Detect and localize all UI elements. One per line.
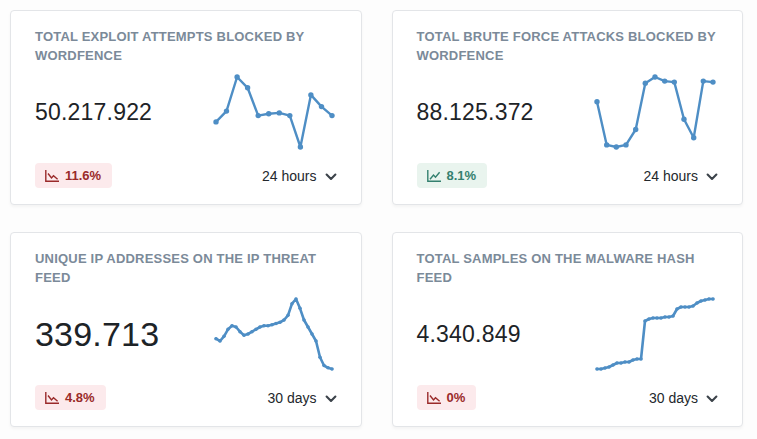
change-value: 8.1% [447,168,477,183]
chevron-down-icon [325,173,337,181]
card-title: TOTAL SAMPLES ON THE MALWARE HASH FEED [417,250,719,288]
card-title: TOTAL BRUTE FORCE ATTACKS BLOCKED BY WOR… [417,28,719,66]
period-dropdown[interactable]: 30 days [267,390,336,406]
period-label: 24 hours [262,168,316,184]
sparkline-chart [211,294,337,374]
card-body: 50.217.922 [35,66,337,163]
card-title: UNIQUE IP ADDRESSES ON THE IP THREAT FEE… [35,250,337,288]
sparkline-chart [211,72,337,152]
change-value: 11.6% [65,168,101,183]
card-body: 88.125.372 [417,66,719,163]
period-label: 30 days [267,390,316,406]
chevron-down-icon [706,173,718,181]
card-body: 4.340.849 [417,288,719,385]
chevron-down-icon [325,395,337,403]
period-dropdown[interactable]: 30 days [649,390,718,406]
chevron-down-icon [706,395,718,403]
card-footer: 0% 30 days [417,385,719,410]
change-badge: 11.6% [35,163,112,188]
change-value: 4.8% [65,390,95,405]
period-dropdown[interactable]: 24 hours [644,168,718,184]
card-footer: 11.6% 24 hours [35,163,337,188]
sparkline-chart [592,72,718,152]
trend-down-icon [426,391,442,405]
period-dropdown[interactable]: 24 hours [262,168,336,184]
period-label: 24 hours [644,168,698,184]
card-title: TOTAL EXPLOIT ATTEMPTS BLOCKED BY WORDFE… [35,28,337,66]
change-badge: 0% [417,385,477,410]
stat-value: 50.217.922 [35,99,152,126]
stat-card: UNIQUE IP ADDRESSES ON THE IP THREAT FEE… [10,232,362,427]
card-body: 339.713 [35,288,337,385]
card-footer: 8.1% 24 hours [417,163,719,188]
trend-down-icon [44,169,60,183]
change-badge: 8.1% [417,163,488,188]
trend-up-icon [426,169,442,183]
stat-value: 339.713 [35,315,159,354]
change-badge: 4.8% [35,385,106,410]
change-value: 0% [447,390,466,405]
trend-down-icon [44,391,60,405]
stat-value: 4.340.849 [417,321,521,348]
stats-dashboard: TOTAL EXPLOIT ATTEMPTS BLOCKED BY WORDFE… [0,0,757,439]
card-footer: 4.8% 30 days [35,385,337,410]
stat-card: TOTAL BRUTE FORCE ATTACKS BLOCKED BY WOR… [392,10,744,205]
stat-value: 88.125.372 [417,99,534,126]
stat-card: TOTAL EXPLOIT ATTEMPTS BLOCKED BY WORDFE… [10,10,362,205]
period-label: 30 days [649,390,698,406]
sparkline-chart [592,294,718,374]
stat-card: TOTAL SAMPLES ON THE MALWARE HASH FEED 4… [392,232,744,427]
